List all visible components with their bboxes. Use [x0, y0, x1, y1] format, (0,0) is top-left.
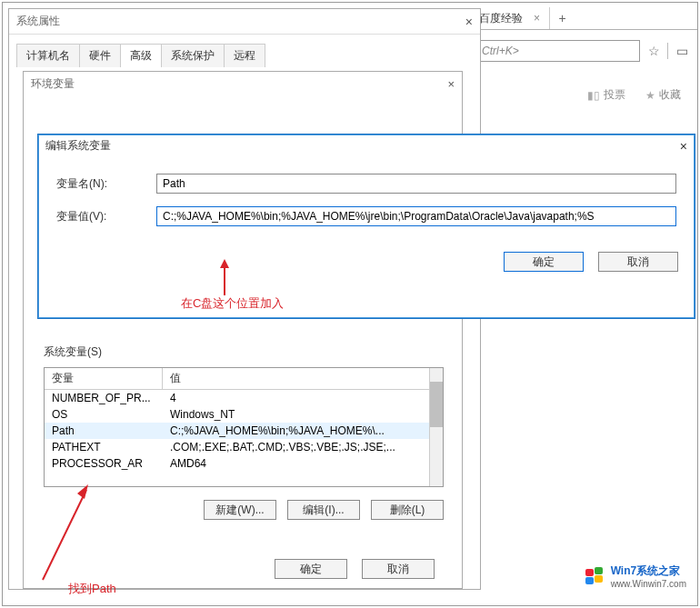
envvars-ok-button[interactable]: 确定	[275, 559, 347, 579]
editvar-titlebar[interactable]: 编辑系统变量 ×	[38, 135, 695, 157]
envvars-dialog-buttons: 确定 取消	[275, 559, 435, 579]
sysvars-body: NUMBER_OF_PR...4 OSWindows_NT PathC:;%JA…	[45, 390, 443, 486]
new-var-button[interactable]: 新建(W)...	[204, 500, 276, 520]
envvars-close-icon[interactable]: ×	[447, 77, 455, 91]
watermark-logo-icon	[585, 567, 605, 585]
page-actions: ▮▯ 投票 ★ 收藏	[587, 87, 681, 103]
library-icon[interactable]: ▭	[672, 41, 692, 61]
browser-tab-area: 百度经验 × +	[470, 7, 697, 30]
envvars-title: 环境变量	[31, 76, 75, 92]
vote-label: 投票	[604, 87, 625, 103]
table-row[interactable]: PROCESSOR_ARAMD64	[45, 455, 443, 472]
sysvars-header: 变量 值	[45, 368, 443, 390]
urlbar-hint[interactable]: Ctrl+K>	[475, 40, 640, 62]
tab-protection[interactable]: 系统保护	[161, 44, 225, 67]
table-scrollbar[interactable]	[429, 368, 443, 486]
scrollbar-thumb[interactable]	[430, 382, 443, 427]
watermark-title: Win7系统之家	[611, 563, 686, 579]
tab-close-icon[interactable]: ×	[534, 12, 540, 25]
editvar-cancel-button[interactable]: 取消	[598, 252, 678, 272]
table-row[interactable]: OSWindows_NT	[45, 406, 443, 423]
watermark-text: Win7系统之家 www.Winwin7.com	[611, 563, 686, 589]
editvar-title: 编辑系统变量	[45, 138, 111, 154]
sysprops-title: 系统属性	[16, 14, 60, 29]
var-name-input[interactable]	[156, 174, 676, 194]
var-value-input[interactable]	[156, 206, 676, 226]
tab-computer-name[interactable]: 计算机名	[16, 44, 80, 67]
bookmark-star-icon[interactable]: ☆	[644, 41, 664, 61]
vote-button[interactable]: ▮▯ 投票	[587, 87, 625, 103]
table-row[interactable]: NUMBER_OF_PR...4	[45, 390, 443, 406]
favorite-button[interactable]: ★ 收藏	[645, 87, 681, 103]
watermark-url: www.Winwin7.com	[611, 579, 686, 589]
favorite-icon: ★	[645, 89, 655, 102]
favorite-label: 收藏	[659, 87, 681, 103]
vote-icon: ▮▯	[587, 89, 600, 102]
tab-advanced[interactable]: 高级	[120, 44, 162, 67]
envvars-cancel-button[interactable]: 取消	[362, 559, 435, 579]
system-variables-section: 系统变量(S) 变量 值 NUMBER_OF_PR...4 OSWindows_…	[44, 344, 444, 520]
tab-hardware[interactable]: 硬件	[79, 44, 121, 67]
toolbar-separator	[667, 43, 668, 59]
tab-remote[interactable]: 远程	[224, 44, 265, 67]
col-variable[interactable]: 变量	[45, 368, 163, 389]
sysprops-titlebar[interactable]: 系统属性 ×	[9, 9, 480, 35]
sysvars-buttons: 新建(W)... 编辑(I)... 删除(L)	[44, 500, 444, 520]
var-name-label: 变量名(N):	[56, 176, 156, 192]
sysvars-label: 系统变量(S)	[44, 344, 444, 360]
editvar-name-row: 变量名(N):	[56, 174, 676, 194]
editvar-buttons: 确定 取消	[56, 252, 678, 272]
sysprops-close-icon[interactable]: ×	[465, 15, 473, 29]
edit-var-button[interactable]: 编辑(I)...	[287, 500, 360, 520]
edit-variable-dialog: 编辑系统变量 × 变量名(N): 变量值(V): 确定 取消	[37, 134, 695, 319]
tab-baidu[interactable]: 百度经验 ×	[470, 7, 549, 29]
editvar-body: 变量名(N): 变量值(V): 确定 取消	[38, 157, 695, 288]
delete-var-button[interactable]: 删除(L)	[371, 500, 444, 520]
sysvars-table[interactable]: 变量 值 NUMBER_OF_PR...4 OSWindows_NT PathC…	[44, 367, 444, 487]
envvars-titlebar[interactable]: 环境变量 ×	[24, 72, 462, 95]
editvar-ok-button[interactable]: 确定	[504, 252, 584, 272]
tab-label: 百度经验	[479, 11, 523, 26]
watermark: Win7系统之家 www.Winwin7.com	[585, 563, 686, 589]
table-row-path[interactable]: PathC:;%JAVA_HOME%\bin;%JAVA_HOME%\...	[45, 423, 443, 439]
table-row[interactable]: PATHEXT.COM;.EXE;.BAT;.CMD;.VBS;.VBE;.JS…	[45, 439, 443, 455]
col-value[interactable]: 值	[163, 368, 443, 389]
new-tab-button[interactable]: +	[549, 7, 575, 29]
editvar-close-icon[interactable]: ×	[680, 139, 687, 154]
var-value-label: 变量值(V):	[56, 209, 156, 224]
browser-toolbar: Ctrl+K> ☆ ▭	[470, 37, 697, 65]
editvar-value-row: 变量值(V):	[56, 206, 676, 226]
screenshot-frame: 百度经验 × + Ctrl+K> ☆ ▭ ▮▯ 投票 ★ 收藏 系统属性 × 计…	[2, 2, 698, 606]
sysprops-tabs: 计算机名 硬件 高级 系统保护 远程	[16, 44, 473, 67]
